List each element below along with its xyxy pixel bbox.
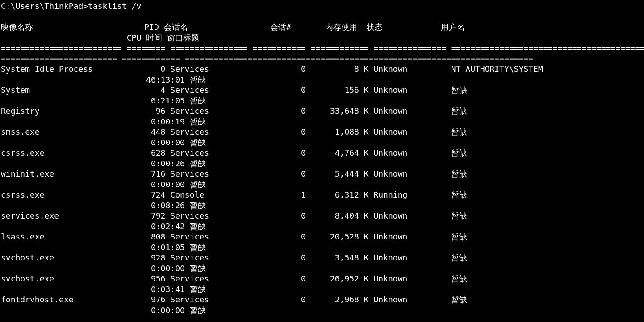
header-line-2: CPU 时间 窗口标题: [1, 33, 199, 42]
terminal-output: C:\Users\ThinkPad>tasklist /v 映像名称 PID 会…: [1, 1, 643, 315]
divider-line-1: ========================= ======== =====…: [1, 43, 644, 53]
terminal-window[interactable]: C:\Users\ThinkPad>tasklist /v 映像名称 PID 会…: [0, 0, 644, 316]
divider-line-2: ======================== ============ ==…: [1, 54, 533, 63]
prompt-line: C:\Users\ThinkPad>tasklist /v: [1, 1, 141, 11]
header-line-1: 映像名称 PID 会话名 会话# 内存使用 状态 用户名: [1, 22, 465, 32]
